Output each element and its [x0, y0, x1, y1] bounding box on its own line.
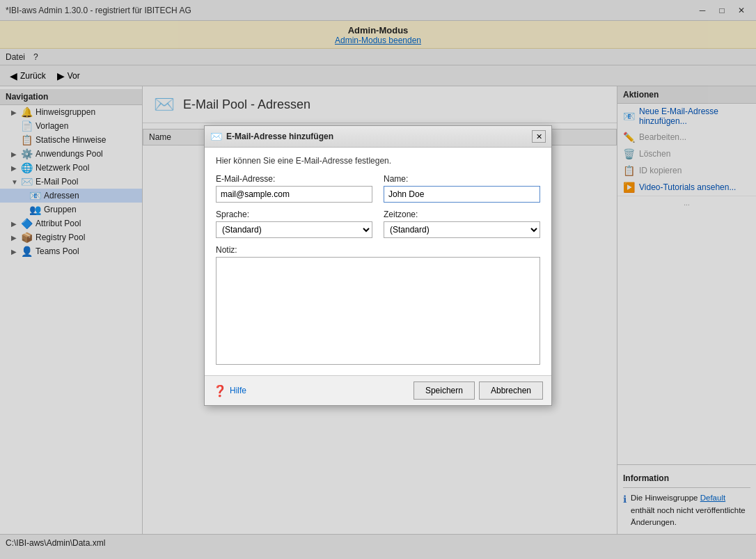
form-group-note: Notiz:: [216, 245, 540, 367]
timezone-label: Zeitzone:: [384, 210, 540, 219]
help-icon: ❓: [213, 384, 227, 397]
form-group-language: Sprache: (Standard) Deutsch English: [216, 210, 372, 238]
modal-footer: ❓ Hilfe Speichern Abbrechen: [205, 375, 551, 405]
language-select[interactable]: (Standard) Deutsch English: [216, 221, 372, 238]
form-row-email-name: E-Mail-Adresse: Name:: [216, 174, 540, 203]
help-link[interactable]: ❓ Hilfe: [213, 384, 246, 397]
modal-title-icon: ✉️: [210, 131, 222, 142]
modal-description: Hier können Sie eine E-Mail-Adresse fest…: [216, 156, 540, 166]
modal-buttons: Speichern Abbrechen: [414, 381, 543, 400]
name-label: Name:: [384, 174, 540, 184]
note-label: Notiz:: [216, 245, 540, 255]
save-button[interactable]: Speichern: [414, 381, 475, 400]
modal-titlebar: ✉️ E-Mail-Adresse hinzufügen ✕: [205, 126, 551, 148]
form-row-lang-tz: Sprache: (Standard) Deutsch English Zeit…: [216, 210, 540, 238]
name-input[interactable]: [384, 186, 540, 203]
email-label: E-Mail-Adresse:: [216, 174, 372, 184]
email-input[interactable]: [216, 186, 372, 203]
cancel-button[interactable]: Abbrechen: [479, 381, 543, 400]
modal-close-button[interactable]: ✕: [532, 130, 546, 143]
language-label: Sprache:: [216, 210, 372, 219]
timezone-select[interactable]: (Standard) UTC Europe/Berlin: [384, 221, 540, 238]
form-group-email: E-Mail-Adresse:: [216, 174, 372, 203]
form-group-name: Name:: [384, 174, 540, 203]
modal-title-text: E-Mail-Adresse hinzufügen: [226, 132, 333, 141]
modal-title-left: ✉️ E-Mail-Adresse hinzufügen: [210, 131, 333, 142]
modal-body: Hier können Sie eine E-Mail-Adresse fest…: [205, 148, 551, 375]
help-label: Hilfe: [230, 386, 246, 395]
form-group-timezone: Zeitzone: (Standard) UTC Europe/Berlin: [384, 210, 540, 238]
note-textarea[interactable]: [216, 257, 540, 365]
modal-dialog: ✉️ E-Mail-Adresse hinzufügen ✕ Hier könn…: [204, 125, 552, 406]
modal-overlay: ✉️ E-Mail-Adresse hinzufügen ✕ Hier könn…: [0, 0, 756, 551]
